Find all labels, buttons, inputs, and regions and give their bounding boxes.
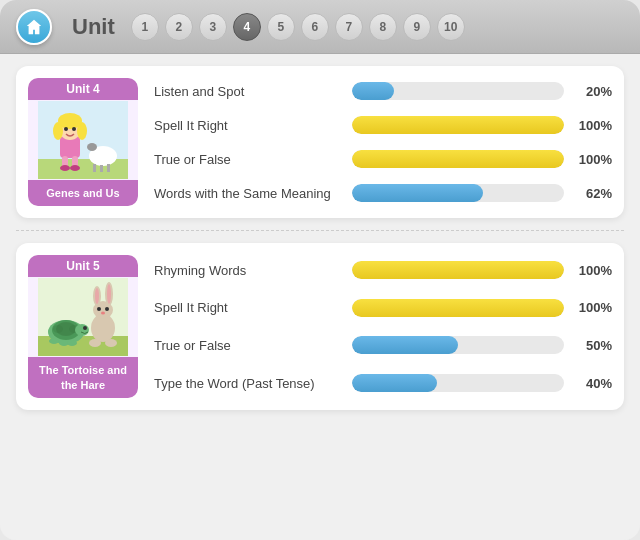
- progress-row: True or False 50%: [154, 336, 612, 354]
- progress-bar-container: [352, 150, 564, 168]
- unit-label: Unit: [72, 14, 115, 40]
- progress-label: True or False: [154, 152, 344, 167]
- svg-point-16: [77, 122, 87, 140]
- svg-point-45: [105, 339, 117, 347]
- progress-pct: 20%: [572, 84, 612, 99]
- home-icon: [25, 18, 43, 36]
- tab-2[interactable]: 2: [165, 13, 193, 41]
- progress-row: Spell It Right 100%: [154, 116, 612, 134]
- progress-bar-fill: [352, 184, 483, 202]
- main-content: Unit 4: [0, 54, 640, 540]
- svg-point-31: [83, 326, 87, 330]
- progress-label: Spell It Right: [154, 118, 344, 133]
- svg-point-32: [49, 338, 59, 344]
- progress-bar-container: [352, 116, 564, 134]
- svg-rect-9: [93, 164, 96, 172]
- unit4-section: Unit 4: [16, 66, 624, 218]
- unit5-card-header: Unit 5: [28, 255, 138, 277]
- svg-point-30: [75, 324, 89, 336]
- tab-4[interactable]: 4: [233, 13, 261, 41]
- progress-row: Rhyming Words 100%: [154, 261, 612, 279]
- progress-pct: 40%: [572, 376, 612, 391]
- app-container: Unit 1 2 3 4 5 6 7 8 9 10 Unit 4: [0, 0, 640, 540]
- progress-label: Type the Word (Past Tense): [154, 376, 344, 391]
- unit5-illustration: [38, 278, 128, 356]
- tab-8[interactable]: 8: [369, 13, 397, 41]
- progress-bar-fill: [352, 261, 564, 279]
- svg-point-38: [95, 288, 99, 304]
- unit5-progress-list: Rhyming Words 100% Spell It Right 100% T…: [154, 255, 612, 398]
- progress-bar-fill: [352, 116, 564, 134]
- svg-rect-11: [107, 164, 110, 172]
- tab-3[interactable]: 3: [199, 13, 227, 41]
- progress-label: Words with the Same Meaning: [154, 186, 344, 201]
- home-button[interactable]: [16, 9, 52, 45]
- unit4-card-header: Unit 4: [28, 78, 138, 100]
- tab-9[interactable]: 9: [403, 13, 431, 41]
- progress-bar-container: [352, 184, 564, 202]
- unit4-card-footer: Genes and Us: [28, 180, 138, 206]
- tab-5[interactable]: 5: [267, 13, 295, 41]
- progress-bar-fill: [352, 299, 564, 317]
- svg-point-42: [105, 307, 109, 311]
- progress-bar-container: [352, 82, 564, 100]
- progress-bar-fill: [352, 336, 458, 354]
- svg-point-18: [72, 127, 76, 131]
- svg-point-22: [70, 165, 80, 171]
- svg-point-40: [107, 284, 111, 304]
- unit4-progress-list: Listen and Spot 20% Spell It Right 100% …: [154, 78, 612, 206]
- progress-label: True or False: [154, 338, 344, 353]
- progress-row: Words with the Same Meaning 62%: [154, 184, 612, 202]
- unit4-illustration: [38, 101, 128, 179]
- section-divider: [16, 230, 624, 231]
- progress-bar-fill: [352, 150, 564, 168]
- unit5-card[interactable]: Unit 5: [28, 255, 138, 398]
- unit5-card-footer: The Tortoise and the Hare: [28, 357, 138, 398]
- svg-point-21: [60, 165, 70, 171]
- svg-point-15: [53, 122, 63, 140]
- progress-row: Type the Word (Past Tense) 40%: [154, 374, 612, 392]
- tab-10[interactable]: 10: [437, 13, 465, 41]
- progress-bar-container: [352, 261, 564, 279]
- svg-point-34: [67, 340, 77, 346]
- progress-bar-fill: [352, 374, 437, 392]
- progress-label: Rhyming Words: [154, 263, 344, 278]
- progress-bar-container: [352, 299, 564, 317]
- svg-point-28: [53, 325, 63, 333]
- progress-bar-container: [352, 374, 564, 392]
- progress-row: Spell It Right 100%: [154, 299, 612, 317]
- progress-row: Listen and Spot 20%: [154, 82, 612, 100]
- progress-pct: 62%: [572, 186, 612, 201]
- unit4-card[interactable]: Unit 4: [28, 78, 138, 206]
- svg-point-7: [87, 143, 97, 151]
- unit5-section: Unit 5: [16, 243, 624, 410]
- svg-point-44: [89, 339, 101, 347]
- svg-point-17: [64, 127, 68, 131]
- progress-bar-container: [352, 336, 564, 354]
- progress-label: Listen and Spot: [154, 84, 344, 99]
- progress-bar-fill: [352, 82, 394, 100]
- tab-6[interactable]: 6: [301, 13, 329, 41]
- progress-label: Spell It Right: [154, 300, 344, 315]
- progress-pct: 100%: [572, 118, 612, 133]
- svg-rect-1: [38, 159, 128, 179]
- tab-1[interactable]: 1: [131, 13, 159, 41]
- svg-rect-10: [100, 165, 103, 172]
- header: Unit 1 2 3 4 5 6 7 8 9 10: [0, 0, 640, 54]
- progress-pct: 100%: [572, 300, 612, 315]
- progress-pct: 100%: [572, 263, 612, 278]
- unit4-card-image: [28, 100, 138, 180]
- tab-7[interactable]: 7: [335, 13, 363, 41]
- progress-pct: 50%: [572, 338, 612, 353]
- svg-point-41: [97, 307, 101, 311]
- unit-tabs: 1 2 3 4 5 6 7 8 9 10: [131, 13, 465, 41]
- svg-point-43: [101, 312, 105, 315]
- unit5-card-image: [28, 277, 138, 357]
- progress-row: True or False 100%: [154, 150, 612, 168]
- progress-pct: 100%: [572, 152, 612, 167]
